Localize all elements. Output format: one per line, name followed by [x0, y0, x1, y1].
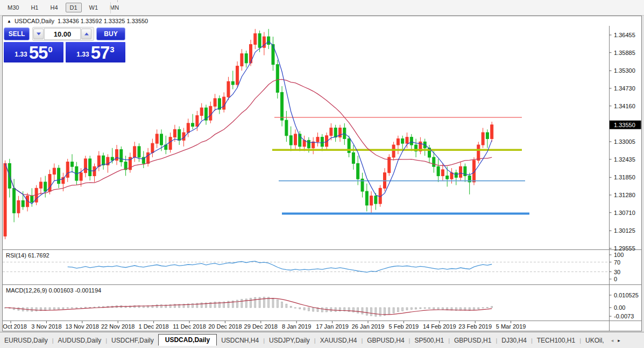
tab-gbpusd-h4[interactable]: GBPUSD,H4 [363, 335, 408, 346]
macd-histogram-bar [58, 308, 60, 309]
macd-histogram-bar [237, 300, 238, 308]
sell-price-sup: 0 [48, 45, 52, 54]
timeframe-button-w1[interactable]: W1 [85, 3, 103, 12]
candle-body [120, 150, 123, 162]
volume-decrease-button[interactable] [33, 29, 44, 39]
macd-histogram-bar [281, 302, 283, 308]
timeframe-button-d1[interactable]: D1 [66, 3, 82, 12]
date-axis-label: 25 Oct 2018 [3, 323, 27, 330]
candle-body [339, 128, 342, 137]
tab-gbpusd-h1[interactable]: GBPUSD,H1 [450, 335, 496, 346]
macd-histogram-bar [379, 308, 381, 316]
macd-histogram-bar [362, 308, 363, 314]
candle-body [365, 191, 368, 205]
candle-body [31, 196, 33, 202]
tab-sp500-h1[interactable]: SP500,H1 [410, 335, 448, 346]
macd-histogram-bar [375, 308, 377, 316]
candle-body [392, 145, 395, 157]
macd-histogram-bar [478, 308, 479, 309]
macd-histogram-bar [89, 307, 91, 308]
tab-usdcad-daily[interactable]: USDCAD,Daily [158, 334, 217, 346]
tab-usdchf-daily[interactable]: USDCHF,Daily [107, 335, 158, 346]
candle-body [155, 134, 158, 143]
macd-histogram-bar [67, 308, 68, 308]
price-chart-canvas[interactable]: 1.364551.358851.353001.347301.341601.330… [3, 26, 641, 331]
candle-body [187, 123, 189, 133]
macd-histogram-bar [18, 308, 19, 310]
macd-histogram-bar [76, 308, 77, 308]
macd-histogram-bar [402, 308, 404, 311]
timeframe-button-h1[interactable]: H1 [26, 3, 43, 12]
tab-usdcnh-h4[interactable]: USDCNH,H4 [217, 335, 263, 346]
date-axis-label: 13 Nov 2018 [66, 323, 99, 330]
candle-body [173, 129, 176, 137]
tab-tech100-h1[interactable]: TECH100,H1 [533, 335, 579, 346]
candle-body [307, 140, 310, 148]
candle-body [316, 137, 319, 142]
buy-button[interactable]: BUY [96, 27, 125, 40]
macd-histogram-bar [277, 300, 278, 308]
price-axis-label: 1.32435 [614, 156, 635, 163]
candle-body [491, 125, 493, 139]
symbol-tab-bar: EURUSD,Daily|AUDUSD,Daily|USDCHF,DailyUS… [0, 332, 644, 348]
candle-body [374, 196, 377, 204]
date-axis-label: 29 Dec 2018 [244, 323, 278, 330]
candle-body [231, 81, 234, 85]
macd-histogram-bar [245, 299, 247, 308]
macd-histogram-bar [254, 297, 256, 308]
candle-body [192, 123, 194, 127]
price-axis-label: 1.31850 [614, 174, 635, 180]
candle-body [53, 168, 55, 174]
tabs-scroll-left-button[interactable]: ◂ [610, 337, 615, 344]
rsi-line [68, 261, 492, 273]
rsi-axis-label: 0 [614, 276, 617, 282]
tabs-scroll-right-button[interactable]: ▸ [616, 337, 622, 344]
rsi-axis-label: 70 [614, 259, 620, 266]
candle-body [13, 188, 16, 213]
rsi-axis-label: 30 [614, 269, 620, 275]
date-axis-label: 5 Mar 2019 [496, 323, 526, 330]
sell-price-tile[interactable]: 1.33550 [4, 42, 63, 62]
sell-price-big: 55 [29, 43, 48, 62]
price-axis-label: 1.33005 [614, 138, 635, 145]
tab-audusd-daily[interactable]: AUDUSD,Daily [54, 335, 106, 346]
candle-body [437, 166, 440, 176]
candle-body [58, 168, 60, 184]
macd-axis-label: -0.0073 [614, 313, 634, 319]
candle-body [258, 33, 261, 47]
candle-body [254, 33, 257, 44]
timeframe-button-h4[interactable]: H4 [46, 3, 62, 12]
macd-histogram-bar [482, 308, 484, 308]
tab-xauusd-h4[interactable]: XAUUSD,H4 [316, 335, 362, 346]
collapse-arrow-icon[interactable]: ▲ [7, 19, 11, 24]
tab-ukoil[interactable]: UKOil, [581, 335, 608, 346]
volume-increase-button[interactable] [81, 29, 91, 39]
candle-body [4, 163, 6, 236]
candle-body [147, 152, 150, 163]
price-axis-label: 1.30710 [614, 210, 635, 216]
macd-histogram-bar [352, 308, 354, 312]
candle-body [89, 159, 91, 176]
tab-usdjpy-daily[interactable]: USDJPY,Daily [265, 335, 314, 346]
rsi-axis-label: 100 [614, 252, 624, 258]
macd-histogram-bar [53, 308, 55, 309]
tab-eurusd-daily[interactable]: EURUSD,Daily [0, 335, 52, 346]
macd-histogram-bar [295, 308, 296, 308]
candle-body [223, 97, 225, 109]
macd-histogram-bar [49, 308, 51, 310]
candle-body [196, 115, 199, 126]
candle-body [410, 137, 413, 145]
candle-body [352, 152, 355, 163]
price-axis-label: 1.35300 [614, 67, 635, 74]
candle-body [446, 176, 449, 179]
candle-body [71, 162, 74, 167]
chart-ohlc-values: 1.33436 1.33592 1.33325 1.33550 [58, 18, 148, 24]
sell-button[interactable]: SELL [4, 27, 30, 40]
tab-dj30-h4[interactable]: DJ30,H4 [497, 335, 531, 346]
timeframe-button-mn[interactable]: MN [105, 3, 123, 12]
rsi-indicator-label: RSI(14) 61.7692 [6, 252, 49, 259]
candle-body [294, 134, 297, 145]
volume-input[interactable] [44, 28, 81, 40]
buy-price-tile[interactable]: 1.33573 [66, 42, 125, 62]
timeframe-button-m30[interactable]: M30 [3, 3, 23, 12]
